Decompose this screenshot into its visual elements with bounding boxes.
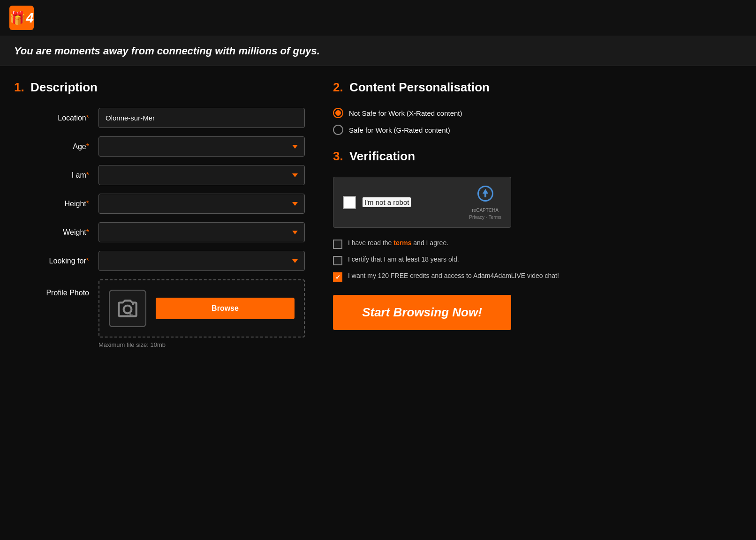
logo-number: 4 [26, 10, 34, 26]
profile-photo-label: Profile Photo [14, 279, 98, 297]
terms-checkbox[interactable] [333, 240, 342, 249]
iam-row: I am* [14, 165, 305, 185]
left-column: 1. Description Location* Age* I am* [14, 80, 305, 357]
profile-photo-row: Profile Photo + Browse Maximum file size… [14, 279, 305, 348]
location-row: Location* [14, 108, 305, 128]
photo-upload-box: + Browse [98, 279, 305, 338]
main-content: 1. Description Location* Age* I am* [0, 66, 756, 371]
header: 🎁 4 [0, 0, 756, 37]
location-input[interactable] [98, 108, 305, 128]
credits-text: I want my 120 FREE credits and access to… [348, 272, 559, 279]
gift-icon: 🎁 [9, 10, 26, 26]
radio-nsfw-label: Not Safe for Work (X-Rated content) [349, 109, 462, 117]
photo-hint: Maximum file size: 10mb [98, 341, 305, 348]
section1-label: Description [30, 80, 98, 94]
terms-link[interactable]: terms [393, 239, 411, 247]
iam-label: I am* [14, 171, 98, 180]
section3-title: 3. Verification [333, 149, 624, 164]
looking-for-row: Looking for* [14, 251, 305, 271]
radio-sfw-label: Safe for Work (G-Rated content) [349, 126, 450, 134]
height-select[interactable] [98, 194, 305, 214]
start-browsing-button[interactable]: Start Browsing Now! [333, 295, 511, 330]
recaptcha-text: I'm not a robot [363, 197, 411, 207]
recaptcha-right: reCAPTCHA Privacy - Terms [469, 185, 501, 220]
section2-title: 2. Content Personalisation [333, 80, 624, 95]
section1-title: 1. Description [14, 80, 305, 95]
recaptcha-box[interactable]: I'm not a robot reCAPTCHA Privacy - Term… [333, 177, 511, 228]
section2-label: Content Personalisation [349, 80, 490, 94]
section1-number: 1. [14, 80, 24, 94]
iam-select[interactable] [98, 165, 305, 185]
camera-icon: + [109, 290, 146, 327]
height-row: Height* [14, 194, 305, 214]
agreement-terms: I have read the terms and I agree. [333, 239, 624, 249]
weight-required: * [86, 228, 89, 236]
svg-text:+: + [129, 310, 133, 319]
age-select[interactable] [98, 136, 305, 157]
camera-svg: + [116, 297, 139, 320]
recaptcha-logo-icon [476, 185, 494, 206]
right-column: 2. Content Personalisation Not Safe for … [333, 80, 624, 357]
recaptcha-svg [476, 185, 494, 202]
content-radio-group: Not Safe for Work (X-Rated content) Safe… [333, 108, 624, 135]
agreement-list: I have read the terms and I agree. I cer… [333, 239, 624, 282]
agreement-credits: I want my 120 FREE credits and access to… [333, 272, 624, 282]
age-row: Age* [14, 136, 305, 157]
location-label: Location* [14, 114, 98, 122]
recaptcha-brand-label: reCAPTCHA [472, 208, 499, 213]
recaptcha-links: Privacy - Terms [469, 215, 501, 220]
location-required: * [86, 114, 89, 122]
terms-text: I have read the terms and I agree. [348, 239, 448, 247]
age-label: Age* [14, 142, 98, 151]
radio-sfw-circle [333, 125, 343, 135]
radio-sfw[interactable]: Safe for Work (G-Rated content) [333, 125, 624, 135]
section3-label: Verification [349, 149, 415, 163]
recaptcha-left: I'm not a robot [343, 196, 411, 209]
height-required: * [86, 200, 89, 208]
height-label: Height* [14, 200, 98, 208]
browse-button[interactable]: Browse [156, 298, 295, 319]
subtitle-bar: You are moments away from connecting wit… [0, 37, 756, 66]
subtitle-text: You are moments away from connecting wit… [14, 45, 742, 57]
radio-nsfw-circle [333, 108, 343, 118]
logo: 🎁 4 [9, 6, 34, 30]
age-checkbox[interactable] [333, 256, 342, 265]
radio-nsfw[interactable]: Not Safe for Work (X-Rated content) [333, 108, 624, 118]
section3-number: 3. [333, 149, 343, 163]
agreement-18: I certify that I am at least 18 years ol… [333, 255, 624, 265]
weight-row: Weight* [14, 222, 305, 242]
iam-required: * [86, 171, 89, 179]
age-required: * [86, 142, 89, 150]
weight-label: Weight* [14, 228, 98, 237]
age-text: I certify that I am at least 18 years ol… [348, 255, 459, 263]
looking-for-select[interactable] [98, 251, 305, 271]
section2-number: 2. [333, 80, 343, 94]
credits-checkbox[interactable] [333, 272, 342, 282]
recaptcha-checkbox[interactable] [343, 196, 356, 209]
weight-select[interactable] [98, 222, 305, 242]
looking-for-required: * [86, 257, 89, 265]
looking-for-label: Looking for* [14, 257, 98, 265]
